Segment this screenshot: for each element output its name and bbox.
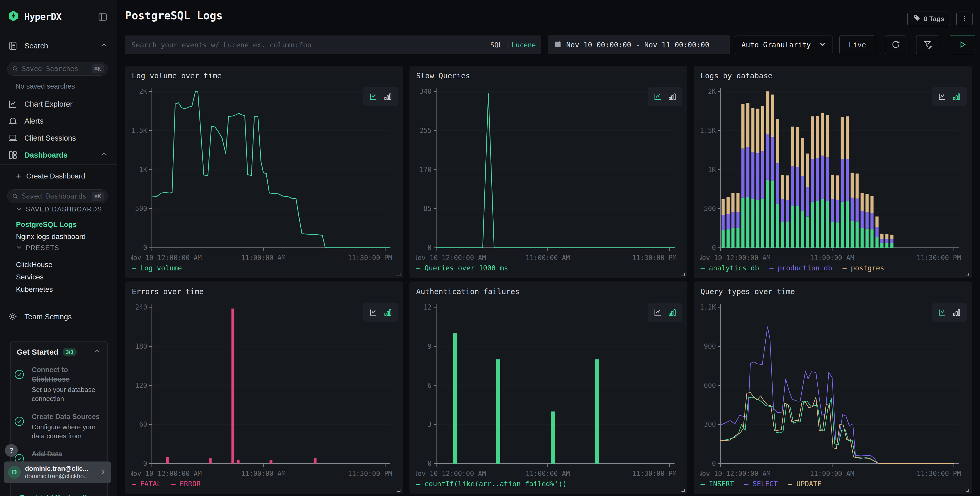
svg-text:0: 0 xyxy=(712,244,716,252)
sql-mode-button[interactable]: SQL xyxy=(490,41,502,49)
chevron-up-icon[interactable] xyxy=(93,348,101,356)
legend-entry: — FATAL xyxy=(132,480,161,488)
sidebar-item-label: Chart Explorer xyxy=(24,100,73,108)
chart-legend: — Queries over 1000 ms xyxy=(416,264,508,272)
sidebar-item-client-sessions[interactable]: Client Sessions xyxy=(0,131,117,145)
chart-canvas[interactable]: 2K1.5K1K5000Nov 10 12:00:00 AM11:00:00 A… xyxy=(700,82,966,262)
saved-searches-input[interactable]: ⌘K xyxy=(7,62,108,76)
collapse-sidebar-icon[interactable] xyxy=(97,12,108,23)
brand-name: HyperDX xyxy=(24,11,62,22)
resize-handle[interactable] xyxy=(966,273,969,276)
get-started-step[interactable]: Create Data Sources Configure where your… xyxy=(17,412,101,441)
chart-legend: — FATAL— ERROR xyxy=(132,480,201,488)
resize-handle[interactable] xyxy=(397,273,401,276)
chart-title: Logs by database xyxy=(700,71,772,80)
chart-card-auth-failures: Authentication failures129630Nov 10 12:0… xyxy=(409,281,687,494)
avatar: D xyxy=(8,466,21,479)
svg-text:60: 60 xyxy=(139,421,147,428)
chevron-up-icon xyxy=(100,151,108,159)
get-started-badge: 3/3 xyxy=(62,348,77,356)
chart-canvas[interactable]: 340255170850Nov 10 12:00:00 AM11:00:00 A… xyxy=(415,82,681,262)
sidebar-item-chart-explorer[interactable]: Chart Explorer xyxy=(0,97,117,111)
search-icon xyxy=(11,65,19,72)
svg-text:6: 6 xyxy=(428,382,431,389)
chart-legend: — countIf(like(arr..ation failed%')) xyxy=(416,480,567,488)
hyperdx-logo-icon xyxy=(8,10,19,23)
refresh-icon xyxy=(891,40,901,51)
all-set-up-note: Great job! You're all set up. xyxy=(17,493,94,496)
chart-card-errors-over-time: Errors over time240180120600Nov 10 12:00… xyxy=(125,281,403,494)
search-input[interactable] xyxy=(132,41,490,49)
chart-title: Errors over time xyxy=(132,287,204,296)
dashboard-menu-button[interactable] xyxy=(956,11,972,26)
step-description: Configure where your data comes from xyxy=(32,423,101,441)
legend-entry: — countIf(like(arr..ation failed%')) xyxy=(416,480,567,488)
main-content: PostgreSQL Logs 0 Tags SQL|Lucene Nov 10… xyxy=(117,0,980,496)
chart-canvas[interactable]: 240180120600Nov 10 12:00:00 AM11:00:00 A… xyxy=(131,298,397,478)
chart-canvas[interactable]: 1.2K9006003000Nov 10 12:00:00 AM11:00:00… xyxy=(700,298,966,478)
saved-searches-field[interactable] xyxy=(22,65,92,73)
lucene-mode-button[interactable]: Lucene xyxy=(512,41,536,49)
legend-entry: — analytics_db xyxy=(700,264,759,272)
svg-text:600: 600 xyxy=(704,382,716,389)
legend-entry: — Log volume xyxy=(132,264,182,272)
resize-handle[interactable] xyxy=(397,489,401,492)
granularity-value: Auto Granularity xyxy=(741,41,811,49)
sidebar-link-services[interactable]: Services xyxy=(16,273,43,281)
resize-handle[interactable] xyxy=(681,489,685,492)
granularity-select[interactable]: Auto Granularity xyxy=(735,35,833,54)
saved-dashboards-field[interactable] xyxy=(22,192,92,200)
live-button[interactable]: Live xyxy=(840,35,875,54)
sidebar-item-team-settings[interactable]: Team Settings xyxy=(0,310,117,324)
svg-text:11:00:00 AM: 11:00:00 AM xyxy=(525,470,570,477)
sidebar-link-postgresql-logs[interactable]: PostgreSQL Logs xyxy=(16,220,77,229)
sidebar-link-kubernetes[interactable]: Kubernetes xyxy=(16,285,53,293)
svg-text:0: 0 xyxy=(428,244,431,252)
step-title: Create Data Sources xyxy=(32,412,101,421)
svg-text:2K: 2K xyxy=(708,88,716,95)
page-title: PostgreSQL Logs xyxy=(125,9,223,22)
chart-card-log-volume: Log volume over time2K1.5K1K5000Nov 10 1… xyxy=(125,66,403,278)
time-range-picker[interactable]: Nov 10 00:00:00 - Nov 11 00:00:00 xyxy=(548,35,730,54)
time-range-value: Nov 10 00:00:00 - Nov 11 00:00:00 xyxy=(566,41,709,49)
refresh-button[interactable] xyxy=(885,35,907,54)
sidebar-link-nginx-dashboard[interactable]: Nginx logs dashboard xyxy=(16,233,86,241)
legend-entry: — SELECT xyxy=(744,480,778,488)
get-started-step[interactable]: Connect to ClickHouse Set up your databa… xyxy=(17,365,101,403)
tags-button[interactable]: 0 Tags xyxy=(907,11,950,26)
sidebar-item-dashboards[interactable]: Dashboards xyxy=(0,148,117,162)
saved-dashboards-input[interactable]: ⌘K xyxy=(7,189,108,203)
resize-handle[interactable] xyxy=(681,273,685,276)
laptop-icon xyxy=(8,133,18,143)
sidebar-link-clickhouse[interactable]: ClickHouse xyxy=(16,261,52,269)
chevron-right-icon xyxy=(99,468,107,477)
event-search-bar[interactable]: SQL|Lucene xyxy=(125,35,541,54)
chart-canvas[interactable]: 129630Nov 10 12:00:00 AM11:00:00 AM11:30… xyxy=(415,298,681,478)
svg-text:1K: 1K xyxy=(708,166,716,174)
step-title: Connect to ClickHouse xyxy=(32,365,101,384)
chart-title: Query types over time xyxy=(700,287,795,296)
user-name: dominic.tran@clic... xyxy=(25,464,89,472)
chart-canvas[interactable]: 2K1.5K1K5000Nov 10 12:00:00 AM11:00:00 A… xyxy=(131,82,397,262)
check-circle-icon xyxy=(14,369,25,380)
svg-text:9: 9 xyxy=(428,343,431,350)
sidebar-item-search[interactable]: Search xyxy=(0,39,117,53)
resize-handle[interactable] xyxy=(966,489,969,492)
step-description: Set up your database connection xyxy=(32,385,101,403)
sidebar-item-alerts[interactable]: Alerts xyxy=(0,114,117,128)
create-dashboard-button[interactable]: Create Dashboard xyxy=(0,169,117,183)
user-menu[interactable]: D dominic.tran@clic... dominic.tran@clic… xyxy=(4,461,111,483)
svg-text:1.5K: 1.5K xyxy=(131,127,147,134)
tags-label: 0 Tags xyxy=(924,15,944,23)
chart-legend: — INSERT— SELECT— UPDATE xyxy=(700,480,821,488)
svg-text:120: 120 xyxy=(135,382,147,389)
sidebar-item-label: Team Settings xyxy=(24,313,72,321)
help-button[interactable]: ? xyxy=(5,444,18,457)
legend-entry: — ERROR xyxy=(172,480,201,488)
svg-text:1K: 1K xyxy=(139,166,148,174)
filter-button[interactable] xyxy=(916,35,939,54)
mode-separator: | xyxy=(505,41,509,49)
run-query-button[interactable] xyxy=(949,35,976,54)
chart-card-query-types: Query types over time1.2K9006003000Nov 1… xyxy=(694,281,972,494)
create-dashboard-label: Create Dashboard xyxy=(26,172,85,180)
